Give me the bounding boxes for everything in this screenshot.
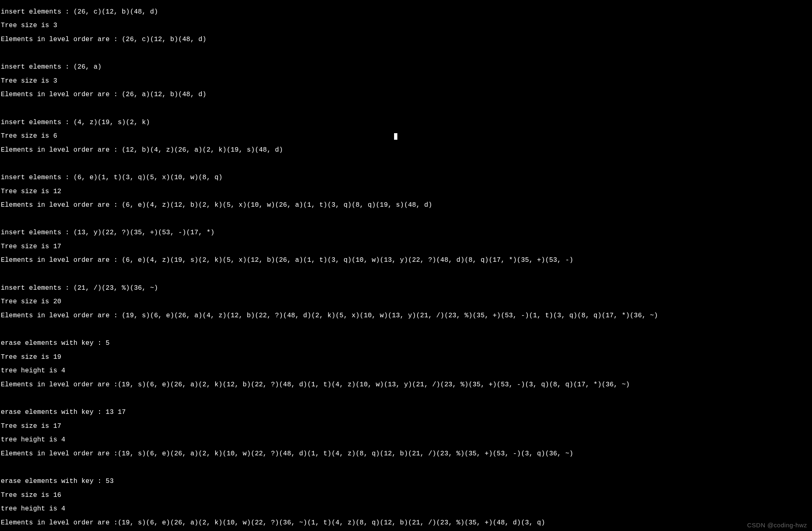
output-line: Elements in level order are :(19, s)(6, … — [1, 381, 812, 388]
terminal-cursor[interactable] — [394, 133, 397, 140]
output-line: Elements in level order are : (26, a)(12… — [1, 91, 812, 98]
output-line: erase elements with key : 53 — [1, 478, 812, 485]
output-line: Elements in level order are : (12, b)(4,… — [1, 147, 812, 154]
output-line — [1, 326, 812, 333]
output-line: Tree size is 19 — [1, 354, 812, 361]
output-line: Elements in level order are :(19, s)(6, … — [1, 519, 812, 526]
output-line: Elements in level order are : (6, e)(4, … — [1, 257, 812, 264]
output-line — [1, 395, 812, 402]
output-line: Tree size is 17 — [1, 243, 812, 250]
output-line: tree height is 4 — [1, 506, 812, 513]
output-line: Tree size is 3 — [1, 78, 812, 85]
output-line: Tree size is 3 — [1, 22, 812, 29]
output-line: insert elements : (4, z)(19, s)(2, k) — [1, 119, 812, 126]
output-line — [1, 464, 812, 471]
output-line: Tree size is 20 — [1, 298, 812, 305]
output-line — [1, 160, 812, 167]
output-line: Elements in level order are : (19, s)(6,… — [1, 312, 812, 319]
output-line — [1, 50, 812, 57]
output-line: tree height is 4 — [1, 436, 812, 443]
output-line: Tree size is 17 — [1, 423, 812, 430]
output-line: insert elements : (6, e)(1, t)(3, q)(5, … — [1, 174, 812, 181]
output-line: Tree size is 6 — [1, 133, 812, 140]
output-line: Tree size is 12 — [1, 188, 812, 195]
output-line — [1, 216, 812, 223]
output-line: Elements in level order are : (26, c)(12… — [1, 36, 812, 43]
output-line: Elements in level order are :(19, s)(6, … — [1, 450, 812, 457]
output-line: Elements in level order are : (6, e)(4, … — [1, 202, 812, 209]
output-line — [1, 271, 812, 278]
output-line: insert elements : (13, y)(22, ?)(35, +)(… — [1, 229, 812, 236]
output-line: insert elements : (26, c)(12, b)(48, d) — [1, 9, 812, 16]
terminal-output: insert elements : (26, c)(12, b)(48, d) … — [0, 0, 812, 531]
watermark-text: CSDN @coding-hwz — [747, 522, 807, 529]
output-line: tree height is 4 — [1, 367, 812, 374]
output-line: erase elements with key : 5 — [1, 340, 812, 347]
output-line: insert elements : (26, a) — [1, 64, 812, 71]
output-line: erase elements with key : 13 17 — [1, 409, 812, 416]
output-line: insert elements : (21, /)(23, %)(36, ~) — [1, 285, 812, 292]
output-line: Tree size is 16 — [1, 492, 812, 499]
output-line — [1, 105, 812, 112]
